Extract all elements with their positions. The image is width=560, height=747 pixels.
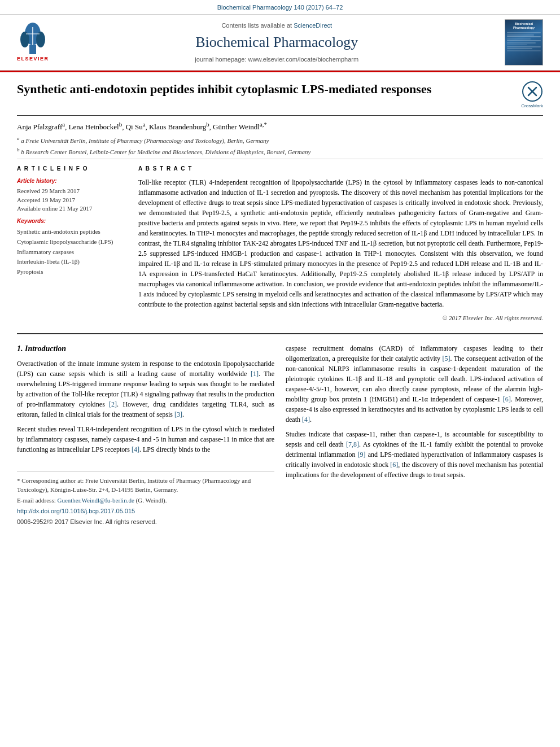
journal-homepage: journal homepage: www.elsevier.com/locat…	[59, 55, 495, 64]
intro-para-2: Recent studies reveal TLR4-independent r…	[17, 424, 274, 455]
journal-header: ELSEVIER Contents lists available at Sci…	[0, 14, 560, 71]
affiliations: a a Freie Universität Berlin, Institute …	[17, 135, 543, 156]
article-title-section: Synthetic anti-endotoxin peptides inhibi…	[17, 72, 543, 115]
intro-section: 1. Introduction Overactivation of the in…	[17, 339, 543, 531]
journal-title: Biochemical Pharmacology	[59, 32, 495, 53]
elsevier-logo: ELSEVIER	[17, 23, 49, 63]
elsevier-tree-icon	[18, 23, 47, 55]
abstract-label: A B S T R A C T	[138, 165, 543, 173]
keyword-1: Synthetic anti-endotoxin peptides	[17, 227, 127, 237]
intro-para-4: Studies indicate that caspase-11, rather…	[286, 429, 543, 480]
history-label: Article history:	[17, 177, 127, 185]
abstract-text: Toll-like receptor (TLR) 4-independent r…	[138, 177, 543, 309]
crossmark-badge[interactable]: CrossMark	[521, 81, 543, 109]
intro-left-col: 1. Introduction Overactivation of the in…	[17, 343, 274, 527]
article-history: Article history: Received 29 March 2017 …	[17, 177, 127, 213]
corresponding-author-note: * Corresponding author at: Freie Univers…	[17, 477, 274, 494]
available-date: Available online 21 May 2017	[17, 204, 127, 213]
keywords-label: Keywords:	[17, 217, 127, 225]
doi-link[interactable]: http://dx.doi.org/10.1016/j.bcp.2017.05.…	[17, 507, 274, 516]
keyword-5: Pyroptosis	[17, 267, 127, 277]
authors-section: Anja Pfalzgraffa, Lena Heinbockelb, Qi S…	[17, 116, 543, 159]
copyright-line: © 2017 Elsevier Inc. All rights reserved…	[138, 314, 543, 322]
section-divider	[17, 333, 543, 334]
intro-right-col: caspase recruitment domains (CARD) of in…	[286, 343, 543, 527]
article-title: Synthetic anti-endotoxin peptides inhibi…	[17, 81, 513, 98]
two-col-section: A R T I C L E I N F O Article history: R…	[17, 159, 543, 328]
keywords-section: Keywords: Synthetic anti-endotoxin pepti…	[17, 217, 127, 277]
elsevier-brand-text: ELSEVIER	[17, 55, 49, 63]
article-info-col: A R T I C L E I N F O Article history: R…	[17, 165, 127, 322]
affiliation-b: b b Research Center Borstel, Leibniz-Cen…	[17, 146, 543, 156]
intro-para-3: caspase recruitment domains (CARD) of in…	[286, 343, 543, 425]
keyword-3: Inflammatory caspases	[17, 247, 127, 257]
journal-title-block: Contents lists available at ScienceDirec…	[59, 21, 495, 64]
journal-reference: Biochemical Pharmacology 140 (2017) 64–7…	[17, 3, 543, 14]
crossmark-label: CrossMark	[521, 103, 543, 109]
intro-para-1: Overactivation of the innate immune syst…	[17, 359, 274, 420]
article-main: Synthetic anti-endotoxin peptides inhibi…	[0, 72, 560, 539]
svg-rect-0	[29, 45, 36, 54]
authors-line: Anja Pfalzgraffa, Lena Heinbockelb, Qi S…	[17, 120, 543, 133]
keyword-4: Interleukin-1beta (IL-1β)	[17, 257, 127, 267]
sciencedirect-label: Contents lists available at ScienceDirec…	[59, 21, 495, 30]
abstract-col: A B S T R A C T Toll-like receptor (TLR)…	[138, 165, 543, 322]
journal-cover: BiochemicalPharmacology	[505, 19, 543, 65]
accepted-date: Accepted 19 May 2017	[17, 196, 127, 204]
received-date: Received 29 March 2017	[17, 187, 127, 195]
email-note: E-mail address: Guenther.Weindl@fu-berli…	[17, 496, 274, 505]
issn-line: 0006-2952/© 2017 Elsevier Inc. All right…	[17, 518, 274, 526]
footnotes-section: * Corresponding author at: Freie Univers…	[17, 471, 274, 526]
intro-heading: 1. Introduction	[17, 343, 274, 355]
affiliation-a: a a Freie Universität Berlin, Institute …	[17, 135, 543, 145]
keyword-2: Cytoplasmic lipopolysaccharide (LPS)	[17, 237, 127, 247]
article-info-label: A R T I C L E I N F O	[17, 165, 127, 173]
